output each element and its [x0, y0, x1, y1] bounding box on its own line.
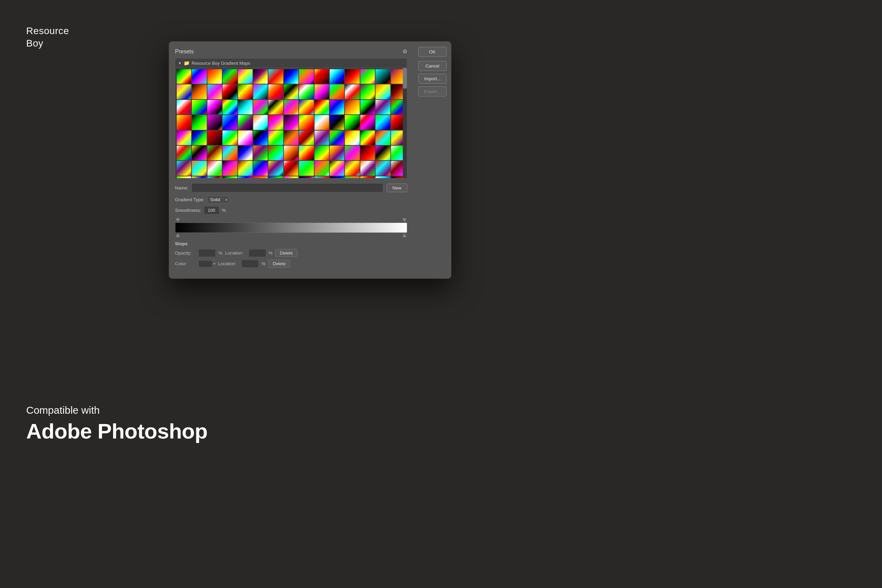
gradient-cell[interactable] [223, 115, 237, 129]
gradient-cell[interactable] [299, 161, 314, 176]
gradient-cell[interactable] [223, 130, 237, 145]
gradient-cell[interactable] [360, 161, 375, 176]
color-stop-left[interactable] [176, 234, 180, 237]
gradient-cell[interactable] [177, 176, 191, 178]
gradient-cell[interactable] [284, 176, 298, 178]
gradient-cell[interactable] [253, 84, 268, 99]
gradient-cell[interactable] [315, 130, 329, 145]
gradient-cell[interactable] [253, 176, 268, 178]
gradient-cell[interactable] [284, 100, 298, 114]
gradient-cell[interactable] [315, 146, 329, 160]
gradient-cell[interactable] [299, 69, 314, 84]
gradient-cell[interactable] [207, 161, 222, 176]
gradient-cell[interactable] [360, 100, 375, 114]
gradient-cell[interactable] [238, 100, 252, 114]
gradient-cell[interactable] [360, 84, 375, 99]
gradient-cell[interactable] [284, 146, 298, 160]
gradient-cell[interactable] [192, 130, 206, 145]
gradient-cell[interactable] [192, 146, 206, 160]
gradient-cell[interactable] [253, 100, 268, 114]
opacity-stop-left[interactable] [176, 218, 180, 222]
gradient-cell[interactable] [253, 130, 268, 145]
folder-row[interactable]: ▼ 📁 Resource Boy Gradient Maps [176, 58, 407, 68]
gradient-cell[interactable] [315, 176, 329, 178]
gradient-cell[interactable] [360, 176, 375, 178]
gradient-cell[interactable] [207, 69, 222, 84]
gradient-cell[interactable] [345, 115, 359, 129]
gradient-cell[interactable] [284, 69, 298, 84]
gradient-cell[interactable] [177, 130, 191, 145]
gradient-cell[interactable] [268, 84, 283, 99]
new-button[interactable]: New [387, 184, 407, 192]
gradient-cell[interactable] [253, 115, 268, 129]
gradient-cell[interactable] [284, 115, 298, 129]
gradient-cell[interactable] [177, 100, 191, 114]
gradient-cell[interactable] [192, 176, 206, 178]
export-button[interactable]: Export... [418, 87, 447, 96]
gradient-bar[interactable] [175, 222, 407, 233]
gradient-cell[interactable] [299, 100, 314, 114]
gradient-cell[interactable] [284, 130, 298, 145]
gradient-cell[interactable] [177, 84, 191, 99]
gradient-cell[interactable] [299, 146, 314, 160]
gradient-cell[interactable] [268, 100, 283, 114]
gradient-cell[interactable] [223, 69, 237, 84]
color-location-input[interactable] [242, 260, 259, 268]
gradient-cell[interactable] [345, 84, 359, 99]
gradient-cell[interactable] [192, 161, 206, 176]
gradient-cell[interactable] [375, 84, 390, 99]
gradient-cell[interactable] [375, 146, 390, 160]
gradient-cell[interactable] [284, 161, 298, 176]
ok-button[interactable]: OK [418, 47, 447, 57]
gradient-cell[interactable] [315, 161, 329, 176]
gradient-cell[interactable] [253, 69, 268, 84]
color-stop-right[interactable] [402, 234, 406, 237]
gradient-cell[interactable] [177, 161, 191, 176]
gradient-cell[interactable] [192, 69, 206, 84]
gradient-cell[interactable] [207, 84, 222, 99]
gradient-cell[interactable] [223, 161, 237, 176]
import-button[interactable]: Import... [418, 74, 447, 84]
gradient-type-select[interactable]: Solid Noise [207, 196, 229, 204]
gradient-cell[interactable] [315, 84, 329, 99]
gradient-cell[interactable] [330, 100, 344, 114]
gradient-cell[interactable] [330, 115, 344, 129]
gradient-cell[interactable] [330, 84, 344, 99]
gradient-cell[interactable] [268, 161, 283, 176]
color-delete-button[interactable]: Delete [268, 260, 291, 268]
gradient-cell[interactable] [253, 161, 268, 176]
gradient-cell[interactable] [177, 115, 191, 129]
gradient-cell[interactable] [238, 84, 252, 99]
opacity-delete-button[interactable]: Delete [275, 249, 297, 257]
gradient-cell[interactable] [345, 146, 359, 160]
smoothness-input[interactable] [204, 206, 219, 214]
gradient-cell[interactable] [284, 84, 298, 99]
gradient-cell[interactable] [299, 130, 314, 145]
gradient-cell[interactable] [299, 84, 314, 99]
gradient-cell[interactable] [238, 69, 252, 84]
gradient-cell[interactable] [207, 146, 222, 160]
opacity-input[interactable] [198, 249, 216, 257]
gradient-cell[interactable] [330, 130, 344, 145]
gradient-cell[interactable] [375, 100, 390, 114]
gradient-cell[interactable] [375, 69, 390, 84]
gradient-cell[interactable] [268, 146, 283, 160]
gradient-cell[interactable] [299, 176, 314, 178]
gradient-cell[interactable] [375, 161, 390, 176]
gradient-cell[interactable] [330, 69, 344, 84]
gradient-cell[interactable] [192, 100, 206, 114]
gradient-cell[interactable] [207, 100, 222, 114]
gradient-cell[interactable] [299, 115, 314, 129]
gradient-cell[interactable] [345, 176, 359, 178]
color-swatch[interactable] [198, 260, 212, 267]
gradient-cell[interactable] [223, 100, 237, 114]
gradient-cell[interactable] [223, 176, 237, 178]
gradient-cell[interactable] [192, 115, 206, 129]
gradient-cell[interactable] [238, 130, 252, 145]
gradient-cell[interactable] [330, 176, 344, 178]
gradient-cell[interactable] [268, 115, 283, 129]
opacity-location-input[interactable] [249, 249, 266, 257]
gradient-cell[interactable] [345, 130, 359, 145]
gradient-cell[interactable] [360, 69, 375, 84]
gradient-cell[interactable] [375, 115, 390, 129]
